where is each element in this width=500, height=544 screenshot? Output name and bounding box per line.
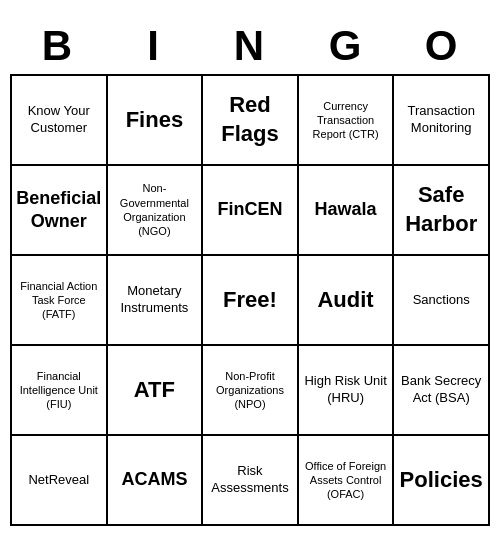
- bingo-cell: FinCEN: [203, 166, 299, 256]
- bingo-cell: Sanctions: [394, 256, 490, 346]
- bingo-cell: Bank Secrecy Act (BSA): [394, 346, 490, 436]
- cell-text: Financial Intelligence Unit (FIU): [16, 369, 102, 412]
- header-letter: N: [202, 18, 298, 74]
- bingo-cell: NetReveal: [12, 436, 108, 526]
- cell-text: Know Your Customer: [16, 103, 102, 137]
- header-letter: G: [298, 18, 394, 74]
- cell-text: Beneficial Owner: [16, 187, 102, 234]
- bingo-cell: Fines: [108, 76, 204, 166]
- bingo-cell: Know Your Customer: [12, 76, 108, 166]
- cell-text: Non-Profit Organizations (NPO): [207, 369, 293, 412]
- cell-text: Fines: [126, 106, 183, 135]
- bingo-cell: Non-Profit Organizations (NPO): [203, 346, 299, 436]
- bingo-cell: Safe Harbor: [394, 166, 490, 256]
- bingo-cell: High Risk Unit (HRU): [299, 346, 395, 436]
- header-letter: I: [106, 18, 202, 74]
- cell-text: Transaction Monitoring: [398, 103, 484, 137]
- cell-text: Safe Harbor: [398, 181, 484, 238]
- cell-text: High Risk Unit (HRU): [303, 373, 389, 407]
- bingo-cell: Risk Assessments: [203, 436, 299, 526]
- header-letter: B: [10, 18, 106, 74]
- bingo-cell: Financial Action Task Force (FATF): [12, 256, 108, 346]
- cell-text: Non-Governmental Organization (NGO): [112, 181, 198, 238]
- cell-text: NetReveal: [28, 472, 89, 489]
- bingo-cell: Red Flags: [203, 76, 299, 166]
- cell-text: ACAMS: [121, 468, 187, 491]
- bingo-cell: Policies: [394, 436, 490, 526]
- bingo-cell: Office of Foreign Assets Control (OFAC): [299, 436, 395, 526]
- cell-text: Monetary Instruments: [112, 283, 198, 317]
- cell-text: Financial Action Task Force (FATF): [16, 279, 102, 322]
- bingo-cell: Transaction Monitoring: [394, 76, 490, 166]
- bingo-cell: Monetary Instruments: [108, 256, 204, 346]
- bingo-cell: Beneficial Owner: [12, 166, 108, 256]
- cell-text: FinCEN: [217, 198, 282, 221]
- cell-text: Audit: [317, 286, 373, 315]
- bingo-cell: ATF: [108, 346, 204, 436]
- cell-text: Red Flags: [207, 91, 293, 148]
- cell-text: Currency Transaction Report (CTR): [303, 99, 389, 142]
- cell-text: Bank Secrecy Act (BSA): [398, 373, 484, 407]
- cell-text: Risk Assessments: [207, 463, 293, 497]
- bingo-header: BINGO: [10, 18, 490, 74]
- header-letter: O: [394, 18, 490, 74]
- cell-text: Office of Foreign Assets Control (OFAC): [303, 459, 389, 502]
- bingo-card: BINGO Know Your CustomerFinesRed FlagsCu…: [10, 18, 490, 526]
- cell-text: Free!: [223, 286, 277, 315]
- bingo-cell: Currency Transaction Report (CTR): [299, 76, 395, 166]
- bingo-cell: Audit: [299, 256, 395, 346]
- bingo-cell: Financial Intelligence Unit (FIU): [12, 346, 108, 436]
- bingo-grid: Know Your CustomerFinesRed FlagsCurrency…: [10, 74, 490, 526]
- cell-text: Policies: [400, 466, 483, 495]
- cell-text: ATF: [134, 376, 175, 405]
- cell-text: Hawala: [315, 198, 377, 221]
- cell-text: Sanctions: [413, 292, 470, 309]
- bingo-cell: ACAMS: [108, 436, 204, 526]
- bingo-cell: Hawala: [299, 166, 395, 256]
- bingo-cell: Non-Governmental Organization (NGO): [108, 166, 204, 256]
- bingo-cell: Free!: [203, 256, 299, 346]
